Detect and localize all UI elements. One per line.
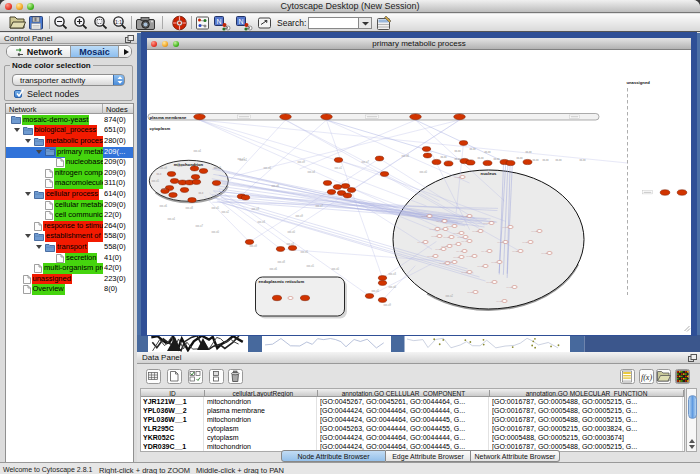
svg-text:Yx-35: Yx-35 [512,250,519,253]
svg-text:xxx-x5: xxx-x5 [301,250,309,254]
svg-text:xx-xx: xx-xx [580,159,587,162]
svg-text:Yx-19: Yx-19 [496,300,503,303]
svg-text:xxx-x6: xxx-x6 [160,204,168,208]
svg-text:xxx-x0: xxx-x0 [389,285,397,289]
svg-text:Yx-22: Yx-22 [454,176,461,179]
svg-text:Yx-24: Yx-24 [522,241,529,244]
svg-text:Yx-86: Yx-86 [431,235,438,238]
svg-text:Yx-15: Yx-15 [443,236,450,239]
svg-text:xxx-x9: xxx-x9 [250,244,258,248]
svg-text:xxx-x3: xxx-x3 [287,242,295,246]
svg-text:Yx-35: Yx-35 [497,241,504,244]
svg-text:xxx-x4: xxx-x4 [168,217,176,221]
svg-text:xxx-x6: xxx-x6 [272,184,280,188]
svg-text:Yx-54: Yx-54 [457,236,464,239]
svg-text:N: N [238,18,243,25]
svg-text:xxx-x7: xxx-x7 [316,204,324,208]
svg-text:N: N [216,18,221,25]
svg-text:xxx-x7: xxx-x7 [196,224,204,228]
svg-text:Yx-12: Yx-12 [541,252,548,255]
svg-text:Yx-75: Yx-75 [453,256,460,259]
svg-text:Yx-84: Yx-84 [483,222,490,225]
svg-text:xx-xx: xx-xx [543,159,550,162]
svg-text:xx-x: xx-x [199,192,204,195]
svg-text:xxx-x1: xxx-x1 [335,166,343,170]
svg-text:xxx-x5: xxx-x5 [372,289,380,293]
svg-text:Yx-77: Yx-77 [421,215,428,218]
svg-text:1:1: 1:1 [115,19,122,25]
svg-text:xxx-x3: xxx-x3 [258,220,266,224]
svg-text:xx-xx: xx-xx [478,157,485,160]
svg-text:xx-xx: xx-xx [494,158,501,161]
svg-text:Yx-47: Yx-47 [436,220,443,223]
svg-text:Yx-49: Yx-49 [481,250,488,253]
svg-text:xx-x: xx-x [157,173,162,176]
svg-text:Yx-44: Yx-44 [461,240,468,243]
svg-text:xxx-x9: xxx-x9 [384,303,392,307]
svg-text:xxx-x5: xxx-x5 [307,264,315,268]
svg-text:xx-x: xx-x [162,188,167,191]
svg-text:Yx-28: Yx-28 [453,232,460,235]
svg-text:Yx-43: Yx-43 [456,250,463,253]
svg-text:xxx-x3: xxx-x3 [252,207,260,211]
svg-text:xxx-x7: xxx-x7 [362,160,370,164]
svg-text:cytoplasm: cytoplasm [150,126,171,131]
svg-text:xxx-x9: xxx-x9 [298,160,306,164]
svg-text:xx-xx: xx-xx [485,151,492,154]
svg-text:Yx-63: Yx-63 [531,230,538,233]
svg-text:xxx-x1: xxx-x1 [240,158,248,162]
svg-text:xxx-x4: xxx-x4 [194,149,202,153]
svg-text:Yx-60: Yx-60 [429,228,436,231]
svg-text:xxx-x6: xxx-x6 [270,267,278,271]
svg-text:xxx-x9: xxx-x9 [160,166,168,170]
svg-text:Yx-23: Yx-23 [472,230,479,233]
svg-text:Yx-25: Yx-25 [435,248,442,251]
svg-text:Yx-35: Yx-35 [439,262,446,265]
svg-text:xx-x: xx-x [178,165,183,168]
svg-text:xxx-x3: xxx-x3 [389,272,397,276]
svg-text:unassigned: unassigned [627,80,651,85]
svg-text:xxx-x0: xxx-x0 [288,230,296,234]
svg-text:Yx-19: Yx-19 [502,226,509,229]
svg-text:Yx-68: Yx-68 [506,286,513,289]
svg-text:xxx-x5: xxx-x5 [152,179,160,183]
svg-text:xxx-x9: xxx-x9 [214,166,222,170]
svg-text:Yx-62: Yx-62 [427,255,434,258]
svg-text:xxx-x0: xxx-x0 [332,267,340,271]
svg-text:Yx-84: Yx-84 [446,225,453,228]
svg-text:xxx-x8: xxx-x8 [278,260,286,264]
svg-text:xx-xx: xx-xx [455,158,462,161]
svg-text:Yx-22: Yx-22 [461,215,468,218]
svg-text:Yx-51: Yx-51 [466,255,473,258]
svg-text:Yx-82: Yx-82 [461,271,468,274]
svg-text:f(x): f(x) [641,373,652,382]
svg-text:xx-xx: xx-xx [517,157,524,160]
svg-text:xxx-x0: xxx-x0 [420,170,428,174]
svg-text:Search:: Search: [277,18,306,28]
svg-text:xx-xx: xx-xx [441,156,448,159]
svg-text:xx-xx: xx-xx [556,159,563,162]
svg-text:xx-xx: xx-xx [533,159,540,162]
svg-text:xx-xx: xx-xx [526,151,533,154]
svg-text:Yx-23: Yx-23 [441,245,448,248]
svg-text:xxx-x2: xxx-x2 [222,210,230,214]
svg-text:xxx-x0: xxx-x0 [212,230,220,234]
svg-text:xxx-x4: xxx-x4 [308,170,316,174]
svg-text:xx-xx: xx-xx [455,150,462,153]
svg-text:plasma membrane: plasma membrane [150,115,187,120]
svg-text:xxx-x8: xxx-x8 [186,206,194,210]
svg-text:xxx-x0: xxx-x0 [264,166,272,170]
svg-text:xxx-x9: xxx-x9 [296,214,304,218]
svg-text:Yx-59: Yx-59 [467,291,474,294]
svg-text:Yx-89: Yx-89 [491,261,498,264]
svg-text:xxx-x5: xxx-x5 [212,206,220,210]
svg-text:Yx-79: Yx-79 [486,281,493,284]
svg-text:xxx-x6: xxx-x6 [402,154,410,158]
svg-text:Yx-12: Yx-12 [477,265,484,268]
svg-text:xxx-x2: xxx-x2 [446,294,454,298]
svg-text:Yx-43: Yx-43 [417,241,424,244]
svg-text:xx-xx: xx-xx [470,148,477,151]
svg-text:nucleus: nucleus [481,171,497,176]
svg-text:endoplasmic reticulum: endoplasmic reticulum [259,279,305,284]
svg-text:Yx-51: Yx-51 [446,261,453,264]
